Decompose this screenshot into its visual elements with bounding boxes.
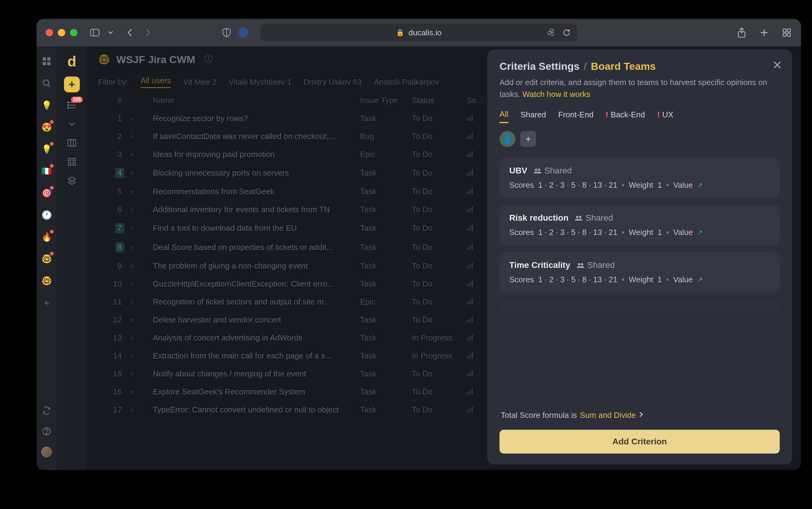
warning-icon: !	[657, 110, 660, 120]
glasses-face-icon[interactable]: 🤓	[41, 253, 52, 265]
scores-label: Scores	[509, 275, 534, 284]
translate-icon[interactable]: 🗫	[546, 27, 556, 38]
shared-badge: Shared	[577, 260, 615, 270]
tabs-grid-icon[interactable]	[781, 27, 792, 38]
weight-label: Weight	[629, 228, 653, 237]
tab-all[interactable]: All	[500, 109, 508, 123]
svg-rect-32	[68, 163, 71, 166]
target-icon[interactable]: 🎯	[41, 187, 52, 199]
value-label: Value	[673, 180, 693, 190]
tab-shared[interactable]: Shared	[520, 109, 546, 123]
minimize-window-button[interactable]	[58, 29, 65, 36]
layers-icon[interactable]	[66, 175, 78, 187]
fire-icon[interactable]: 🔥	[41, 231, 52, 243]
columns-icon[interactable]	[66, 137, 78, 149]
bulb-icon[interactable]: 💡	[41, 99, 52, 111]
new-board-button[interactable]: +	[64, 76, 80, 92]
formula-row[interactable]: Total Score formula is Sum and Divide	[500, 405, 780, 426]
list-icon[interactable]: 105	[66, 99, 78, 111]
maximize-window-button[interactable]	[70, 29, 77, 36]
heart-eyes-icon[interactable]: 😍	[41, 121, 52, 133]
member-avatar[interactable]: 👤	[500, 131, 515, 147]
browser-window: 🔒 ducalis.io 🗫	[37, 19, 801, 470]
criteria-name: UBV	[509, 166, 527, 176]
svg-rect-11	[783, 33, 786, 36]
bulb2-icon[interactable]: 💡	[41, 143, 52, 155]
svg-point-95	[581, 263, 583, 266]
svg-rect-5	[243, 31, 244, 34]
watch-how-link[interactable]: Watch how it works	[522, 90, 590, 99]
svg-point-93	[579, 216, 582, 218]
panel-subtitle: Board Teams	[591, 60, 656, 72]
formula-link[interactable]: Sum and Divide	[580, 411, 636, 420]
shield-icon[interactable]	[221, 27, 232, 38]
forward-button[interactable]	[143, 27, 153, 38]
help-icon[interactable]	[41, 426, 52, 437]
chevron-down-icon[interactable]	[105, 27, 116, 38]
tab-front-end[interactable]: Front-End	[558, 109, 594, 123]
app-logo[interactable]: d	[67, 53, 76, 70]
svg-rect-13	[43, 57, 46, 61]
search-icon[interactable]	[41, 77, 52, 89]
scores-label: Scores	[509, 228, 534, 237]
criteria-name: Time Criticality	[509, 260, 570, 270]
weight-value: 1	[658, 275, 662, 284]
arrow-up-right-icon: ↗	[697, 181, 703, 189]
criteria-settings-panel: Criteria Settings / Board Teams Add or e…	[487, 49, 792, 465]
titlebar: 🔒 ducalis.io 🗫	[37, 19, 801, 46]
board-rail: d + 105	[57, 46, 87, 470]
criteria-name: Risk reduction	[509, 213, 568, 223]
back-button[interactable]	[125, 27, 135, 38]
svg-rect-9	[783, 29, 786, 32]
svg-point-90	[535, 169, 537, 171]
sync-icon[interactable]	[41, 405, 52, 416]
apps-icon[interactable]	[66, 156, 78, 168]
criteria-card[interactable]: UBVSharedScores 1 · 2 · 3 · 5 · 8 · 13 ·…	[500, 158, 780, 198]
weight-value: 1	[658, 228, 662, 237]
add-member-button[interactable]: +	[520, 131, 536, 147]
svg-point-20	[46, 433, 47, 434]
panel-tabs: All Shared Front-End !Back-End !UX	[500, 109, 780, 123]
badge-count: 105	[71, 97, 83, 103]
address-bar[interactable]: 🔒 ducalis.io 🗫	[260, 24, 577, 41]
add-criterion-button[interactable]: Add Criterion	[500, 430, 780, 453]
svg-point-91	[538, 169, 540, 171]
criteria-card[interactable]: Risk reductionSharedScores 1 · 2 · 3 · 5…	[500, 205, 780, 245]
criteria-card[interactable]: Time CriticalitySharedScores 1 · 2 · 3 ·…	[500, 252, 780, 292]
value-label: Value	[673, 275, 693, 284]
face-icon[interactable]: 🤓	[41, 275, 52, 286]
scores-values: 1 · 2 · 3 · 5 · 8 · 13 · 21	[538, 228, 617, 237]
chevron-down-icon[interactable]	[66, 118, 78, 130]
svg-rect-12	[787, 33, 790, 36]
reload-icon[interactable]	[561, 27, 572, 38]
grid-icon[interactable]	[41, 56, 52, 67]
window-controls	[46, 29, 77, 36]
criteria-card[interactable]	[500, 300, 780, 315]
flag-icon[interactable]: 🇮🇹	[41, 165, 52, 177]
scores-values: 1 · 2 · 3 · 5 · 8 · 13 · 21	[538, 275, 617, 284]
svg-rect-16	[47, 62, 50, 65]
svg-point-17	[43, 80, 49, 86]
svg-point-26	[68, 107, 69, 108]
svg-point-25	[68, 105, 69, 106]
far-left-rail: 💡 😍 💡 🇮🇹 🎯 🕐 🔥 🤓 🤓 +	[37, 46, 57, 470]
tab-back-end[interactable]: !Back-End	[605, 109, 645, 123]
add-icon[interactable]: +	[41, 297, 52, 308]
share-icon[interactable]	[736, 27, 747, 38]
svg-rect-15	[43, 62, 46, 65]
close-icon[interactable]	[773, 60, 781, 72]
sidebar-toggle-icon[interactable]	[89, 27, 100, 38]
tab-ux[interactable]: !UX	[657, 109, 673, 123]
onepassword-icon[interactable]	[238, 27, 248, 38]
chevron-right-icon	[639, 411, 643, 419]
close-window-button[interactable]	[46, 29, 53, 36]
breadcrumb-separator: /	[584, 60, 587, 72]
user-avatar[interactable]	[41, 446, 52, 458]
svg-rect-30	[68, 158, 71, 161]
weight-label: Weight	[629, 180, 653, 190]
svg-point-94	[578, 263, 580, 266]
panel-description: Add or edit criteria, and assign them to…	[500, 76, 780, 100]
new-tab-icon[interactable]	[759, 27, 769, 38]
clock-icon[interactable]: 🕐	[41, 209, 52, 221]
svg-point-24	[68, 102, 69, 103]
